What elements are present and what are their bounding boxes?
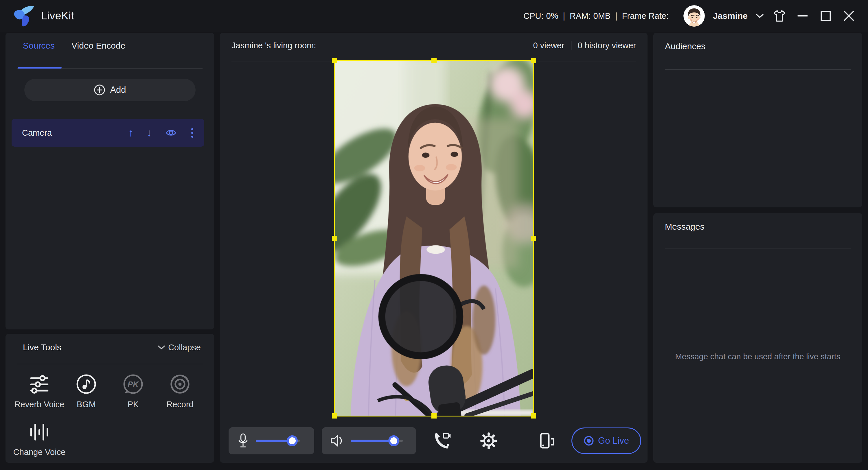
go-live-button[interactable]: Go Live — [571, 428, 641, 454]
pk-icon: PK — [123, 374, 144, 395]
tool-record[interactable]: Record — [157, 372, 204, 409]
rotate-screen-icon — [538, 432, 555, 449]
stat-separator: | — [615, 11, 618, 21]
source-more-menu-icon[interactable] — [190, 127, 194, 139]
add-button-label: Add — [110, 85, 126, 95]
tool-label: Reverb Voice — [14, 400, 64, 409]
microphone-icon[interactable] — [237, 433, 249, 449]
collapse-toggle[interactable]: Collapse — [158, 343, 201, 352]
resize-handle-bottom-left[interactable] — [332, 413, 337, 418]
gear-icon — [480, 432, 498, 450]
equalizer-icon — [29, 374, 50, 395]
ram-value: 0MB — [593, 11, 611, 21]
avatar-image — [683, 5, 705, 27]
close-button[interactable] — [841, 7, 857, 25]
waveform-icon — [30, 422, 49, 442]
top-bar: LiveKit CPU:0% | RAM:0MB | Frame Rate: — [0, 0, 868, 32]
resize-handle-bottom-center[interactable] — [431, 413, 437, 418]
room-title: Jasmine 's living room: — [231, 41, 533, 50]
go-live-record-icon — [584, 436, 594, 446]
tool-reverb-voice[interactable]: Reverb Voice — [16, 372, 63, 409]
tab-video-encode[interactable]: Video Encode — [71, 41, 125, 51]
brand: LiveKit — [11, 4, 74, 28]
camera-preview[interactable] — [334, 60, 534, 416]
messages-panel: Messages Message chat can be used after … — [653, 213, 862, 463]
svg-text:PK: PK — [128, 380, 139, 389]
source-name: Camera — [22, 128, 128, 138]
stat-separator: | — [562, 11, 566, 21]
resize-handle-top-right[interactable] — [531, 58, 536, 63]
app-window: LiveKit CPU:0% | RAM:0MB | Frame Rate: — [0, 0, 868, 470]
live-tools-panel: Live Tools Collapse Reverb — [5, 334, 214, 463]
music-note-icon — [76, 374, 97, 395]
mic-volume-control — [228, 427, 314, 455]
active-tab-indicator — [18, 67, 62, 68]
tool-pk[interactable]: PK PK — [110, 372, 157, 409]
tool-bgm[interactable]: BGM — [63, 372, 110, 409]
move-up-icon[interactable]: ↑ — [128, 128, 133, 138]
live-tools-divider — [17, 364, 203, 364]
add-source-button[interactable]: Add — [24, 79, 195, 101]
viewer-separator — [571, 41, 571, 50]
messages-empty-hint: Message chat can be used after the live … — [653, 352, 862, 361]
messages-title: Messages — [665, 222, 705, 232]
speaker-icon[interactable] — [330, 434, 344, 447]
resize-handle-bottom-right[interactable] — [531, 413, 536, 418]
tab-sources[interactable]: Sources — [23, 41, 55, 51]
audiences-title: Audiences — [665, 41, 705, 51]
stage-panel: Jasmine 's living room: 0 viewer 0 histo… — [220, 33, 648, 463]
video-call-button[interactable] — [429, 427, 457, 455]
live-tools-title: Live Tools — [23, 342, 61, 352]
source-row-camera[interactable]: Camera ↑ ↓ — [11, 119, 204, 147]
plus-circle-icon — [94, 84, 105, 96]
mic-volume-slider[interactable] — [256, 440, 300, 442]
cpu-label: CPU: — [523, 11, 544, 21]
tool-label: Record — [166, 400, 193, 409]
history-viewer-count: 0 history viewer — [578, 41, 636, 50]
maximize-button[interactable] — [818, 7, 833, 25]
collapse-label: Collapse — [168, 343, 201, 352]
tool-change-voice[interactable]: Change Voice — [16, 420, 63, 457]
audiences-divider — [665, 69, 850, 70]
resize-handle-top-center[interactable] — [431, 58, 437, 63]
frame-rate-label: Frame Rate: — [622, 11, 669, 21]
tool-label: Change Voice — [13, 447, 66, 457]
resize-handle-top-left[interactable] — [332, 58, 337, 63]
rotate-screen-button[interactable] — [533, 427, 560, 455]
user-name[interactable]: Jasmine — [713, 11, 748, 21]
app-title: LiveKit — [41, 10, 74, 22]
sources-panel: Sources Video Encode Add Camera ↑ ↓ — [5, 33, 214, 330]
resize-handle-middle-left[interactable] — [332, 236, 337, 241]
theme-shirt-icon[interactable] — [772, 7, 787, 25]
cpu-value: 0% — [546, 11, 558, 21]
go-live-label: Go Live — [598, 436, 629, 446]
video-call-icon — [434, 432, 452, 449]
audiences-panel: Audiences — [653, 33, 862, 208]
tool-label: PK — [128, 400, 139, 409]
chevron-down-icon — [158, 345, 165, 350]
move-down-icon[interactable]: ↓ — [147, 128, 152, 138]
performance-stats: CPU:0% | RAM:0MB | Frame Rate: — [523, 11, 671, 21]
sources-tabs: Sources Video Encode — [23, 41, 125, 51]
tool-label: BGM — [77, 400, 96, 409]
visibility-eye-icon[interactable] — [165, 128, 177, 137]
camera-preview-image — [335, 61, 533, 416]
speaker-volume-slider[interactable] — [351, 440, 403, 442]
user-menu-chevron-icon[interactable] — [756, 13, 764, 19]
record-icon — [169, 374, 190, 395]
ram-label: RAM: — [570, 11, 591, 21]
viewer-count: 0 viewer — [533, 41, 564, 50]
avatar[interactable] — [683, 5, 705, 27]
livekit-logo — [11, 4, 35, 28]
minimize-button[interactable] — [795, 7, 810, 25]
resize-handle-middle-right[interactable] — [531, 236, 536, 241]
settings-button[interactable] — [475, 427, 502, 455]
speaker-volume-control — [322, 427, 416, 455]
